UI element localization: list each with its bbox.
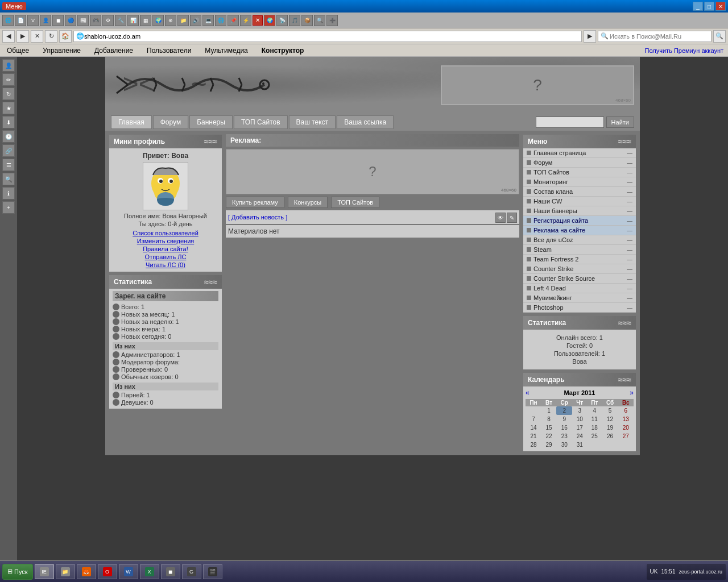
tab-icon-7[interactable]: 📰: [77, 15, 89, 26]
sidebar-icon-info[interactable]: ℹ: [2, 187, 15, 199]
start-button[interactable]: ⊞ Пуск: [2, 564, 33, 580]
menu-item-moviemaking[interactable]: Мувимейкинг—: [523, 293, 636, 303]
forward-button[interactable]: ▶: [16, 30, 29, 43]
cal-day-cell[interactable]: 5: [602, 406, 618, 415]
tab-icon-5[interactable]: ◼: [52, 15, 64, 26]
go-button[interactable]: ▶: [584, 30, 596, 43]
taskbar-folder[interactable]: 📁: [56, 564, 75, 579]
sidebar-icon-search[interactable]: 🔍: [2, 173, 15, 185]
menu-button[interactable]: Меню: [2, 2, 26, 10]
cal-day-cell[interactable]: 31: [572, 440, 587, 449]
site-search-input[interactable]: [536, 117, 604, 128]
cal-day-cell[interactable]: 1: [541, 406, 556, 415]
tab-icon-14[interactable]: ⊕: [165, 15, 176, 26]
nav-yourlink[interactable]: Ваша ссылка: [337, 115, 394, 129]
menu-item-l4d[interactable]: Left 4 Dead—: [523, 284, 636, 293]
sidebar-icon-add[interactable]: +: [2, 201, 15, 214]
cal-day-cell[interactable]: 16: [556, 423, 572, 432]
sidebar-icon-user[interactable]: 👤: [2, 59, 15, 72]
sidebar-icon-download[interactable]: ⬇: [2, 116, 15, 128]
buy-ads-button[interactable]: Купить рекламу: [226, 197, 284, 208]
cal-day-cell[interactable]: 13: [618, 415, 634, 423]
menu-multimedia[interactable]: Мультимедиа: [202, 45, 250, 56]
cal-day-cell[interactable]: [526, 406, 541, 415]
link-edit-info[interactable]: Изменить сведения: [113, 238, 218, 244]
cal-day-cell[interactable]: 4: [587, 406, 602, 415]
search-input[interactable]: [610, 33, 709, 40]
cal-day-cell[interactable]: 14: [526, 423, 541, 432]
tab-icon-21[interactable]: 📡: [276, 15, 288, 26]
cal-day-cell[interactable]: 8: [541, 415, 556, 423]
cal-day-cell[interactable]: 19: [602, 423, 618, 432]
address-input[interactable]: [84, 33, 579, 40]
cal-day-cell[interactable]: 22: [541, 432, 556, 440]
cal-day-cell[interactable]: 11: [587, 415, 602, 423]
cal-day-cell[interactable]: 9: [556, 415, 572, 423]
top-sites-button[interactable]: ТОП Сайтов: [331, 197, 379, 208]
tab-icon-23[interactable]: 📦: [301, 15, 313, 26]
cal-next-button[interactable]: »: [630, 389, 634, 397]
tab-icon-25[interactable]: ➕: [326, 15, 338, 26]
menu-item-cw[interactable]: Наши CW—: [523, 197, 636, 206]
cal-day-cell[interactable]: 7: [526, 415, 541, 423]
menu-item-tf2[interactable]: Team Fortress 2—: [523, 255, 636, 264]
taskbar-opera[interactable]: O: [98, 564, 117, 579]
cal-day-cell[interactable]: 6: [618, 406, 634, 415]
cal-day-cell[interactable]: 17: [572, 423, 587, 432]
taskbar-media[interactable]: 🎬: [203, 564, 222, 579]
menu-polzovateli[interactable]: Пользователи: [144, 45, 193, 56]
cal-day-cell[interactable]: 26: [602, 432, 618, 440]
menu-item-clan[interactable]: Состав клана—: [523, 187, 636, 197]
tab-icon-11[interactable]: 📊: [127, 15, 139, 26]
site-search-button[interactable]: Найти: [606, 117, 634, 128]
tab-icon-18[interactable]: 🌐: [215, 15, 226, 26]
cal-day-cell[interactable]: 30: [556, 440, 572, 449]
menu-upravlenie[interactable]: Управление: [40, 45, 83, 56]
tab-icon-20[interactable]: ⚡: [240, 15, 251, 26]
cal-day-cell[interactable]: 20: [618, 423, 634, 432]
menu-item-ads[interactable]: Реклама на сайте—: [523, 226, 636, 235]
taskbar-excel[interactable]: X: [140, 564, 159, 579]
cal-day-cell[interactable]: 2: [556, 406, 572, 415]
search-submit-button[interactable]: 🔍: [713, 30, 726, 43]
sidebar-icon-edit[interactable]: ✏: [2, 73, 15, 86]
tab-icon-2[interactable]: 📄: [15, 15, 26, 26]
menu-obschee[interactable]: Общее: [5, 45, 31, 56]
tab-icon-15[interactable]: 📁: [177, 15, 189, 26]
tab-icon-9[interactable]: ⚙: [102, 15, 114, 26]
sidebar-icon-star[interactable]: ★: [2, 102, 15, 114]
tab-icon-22[interactable]: 🎵: [289, 15, 300, 26]
menu-constructor[interactable]: Конструктор: [259, 45, 307, 56]
minimize-button[interactable]: _: [693, 2, 703, 11]
cal-day-cell[interactable]: 27: [618, 432, 634, 440]
cal-day-cell[interactable]: 24: [572, 432, 587, 440]
taskbar-game[interactable]: G: [182, 564, 201, 579]
tab-icon-4[interactable]: 👤: [40, 15, 51, 26]
cal-day-cell[interactable]: 29: [541, 440, 556, 449]
taskbar-word[interactable]: W: [119, 564, 138, 579]
news-view-btn[interactable]: 👁: [495, 213, 506, 223]
tab-icon-3[interactable]: V: [27, 15, 39, 26]
sidebar-icon-refresh[interactable]: ↻: [2, 88, 15, 100]
cal-day-cell[interactable]: 23: [556, 432, 572, 440]
tab-icon-1[interactable]: 🌐: [2, 15, 14, 26]
cal-day-cell[interactable]: 3: [572, 406, 587, 415]
cal-day-cell[interactable]: [618, 440, 634, 449]
cal-day-cell[interactable]: [587, 440, 602, 449]
tab-icon-6[interactable]: 🔵: [65, 15, 76, 26]
sidebar-icon-link[interactable]: 🔗: [2, 144, 15, 157]
tab-icon-19[interactable]: 📌: [228, 15, 239, 26]
link-rules[interactable]: Правила сайта!: [113, 246, 218, 252]
maximize-button[interactable]: □: [704, 2, 714, 11]
cal-day-cell[interactable]: [602, 440, 618, 449]
link-read-pm[interactable]: Читать ЛС (0): [113, 261, 218, 268]
nav-banners[interactable]: Баннеры: [189, 115, 233, 129]
taskbar-browser[interactable]: IE: [35, 564, 54, 579]
taskbar-firefox[interactable]: 🦊: [77, 564, 96, 579]
cal-day-cell[interactable]: 10: [572, 415, 587, 423]
tab-icon-8[interactable]: 🎮: [90, 15, 101, 26]
add-news-link[interactable]: [ Добавить новость ]: [228, 214, 287, 221]
menu-dobavlenie[interactable]: Добавление: [92, 45, 135, 56]
tab-icon-10[interactable]: 🔧: [115, 15, 126, 26]
cal-day-cell[interactable]: 25: [587, 432, 602, 440]
